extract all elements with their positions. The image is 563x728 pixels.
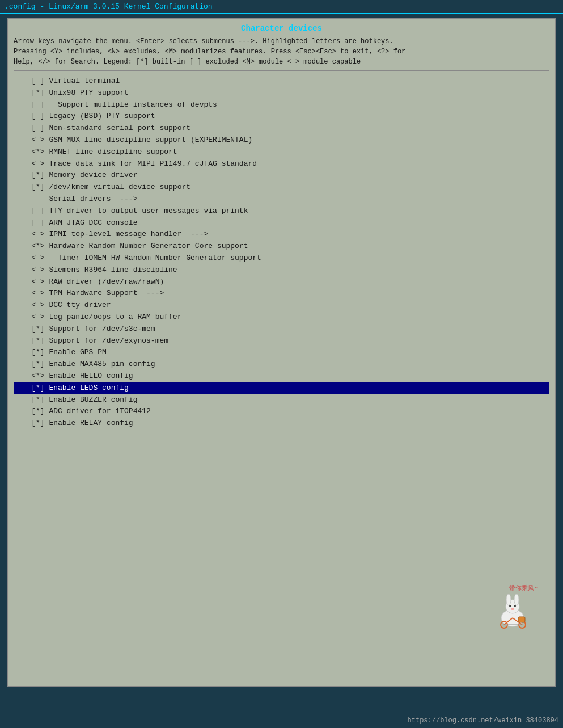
status-bar: https://blog.csdn.net/weixin_38403894 [0, 716, 563, 728]
svg-point-2 [506, 594, 511, 605]
menu-item-26[interactable]: [*] Enable LEDS config [14, 382, 549, 394]
menu-item-16[interactable]: < > Siemens R3964 line discipline [14, 264, 549, 276]
menu-item-21[interactable]: [*] Support for /dev/s3c-mem [14, 323, 549, 335]
menu-item-12[interactable]: [ ] ARM JTAG DCC console [14, 217, 549, 229]
menu-item-5[interactable]: < > GSM MUX line discipline support (EXP… [14, 134, 549, 146]
watermark: 带你乘风~ [481, 584, 538, 629]
menu-item-19[interactable]: < > DCC tty driver [14, 300, 549, 312]
help-line-3: Help, </> for Search. Legend: [*] built-… [14, 57, 549, 67]
menu-item-17[interactable]: < > RAW driver (/dev/raw/rawN) [14, 276, 549, 288]
menu-item-7[interactable]: < > Trace data sink for MIPI P1149.7 cJT… [14, 158, 549, 170]
menu-item-11[interactable]: [ ] TTY driver to output user messages v… [14, 205, 549, 217]
menu-item-25[interactable]: <*> Enable HELLO config [14, 371, 549, 382]
menu-item-8[interactable]: [*] Memory device driver [14, 170, 549, 182]
svg-point-4 [509, 605, 511, 607]
title-bar: .config - Linux/arm 3.0.15 Kernel Config… [0, 0, 563, 14]
menu-item-6[interactable]: <*> RMNET line discipline support [14, 146, 549, 158]
menu-item-2[interactable]: [ ] Support multiple instances of devpts [14, 99, 549, 111]
menu-item-13[interactable]: < > IPMI top-level message handler ---> [14, 229, 549, 241]
title-text: .config - Linux/arm 3.0.15 Kernel Config… [5, 2, 213, 11]
status-url: https://blog.csdn.net/weixin_38403894 [408, 717, 558, 725]
menu-item-22[interactable]: [*] Support for /dev/exynos-mem [14, 335, 549, 347]
svg-point-3 [514, 594, 519, 605]
svg-rect-12 [518, 617, 525, 622]
menu-item-14[interactable]: <*> Hardware Random Number Generator Cor… [14, 241, 549, 253]
menu-item-0[interactable]: [ ] Virtual terminal [14, 75, 549, 87]
menu-item-23[interactable]: [*] Enable GPS PM [14, 347, 549, 359]
menu-item-29[interactable]: [*] Enable RELAY config [14, 418, 549, 430]
menu-item-28[interactable]: [*] ADC driver for iTOP4412 [14, 406, 549, 418]
menu-item-1[interactable]: [*] Unix98 PTY support [14, 87, 549, 99]
menu-item-24[interactable]: [*] Enable MAX485 pin config [14, 359, 549, 371]
menu-item-18[interactable]: < > TPM Hardware Support ---> [14, 288, 549, 300]
menu-item-3[interactable]: [ ] Legacy (BSD) PTY support [14, 111, 549, 123]
menu-item-9[interactable]: [*] /dev/kmem virtual device support [14, 182, 549, 193]
svg-point-5 [514, 605, 516, 607]
menu-item-27[interactable]: [*] Enable BUZZER config [14, 394, 549, 406]
main-container: Character devices Arrow keys navigate th… [0, 14, 563, 716]
menu-title: Character devices [14, 24, 549, 33]
rabbit-icon [487, 590, 538, 629]
help-line-1: Arrow keys navigate the menu. <Enter> se… [14, 36, 549, 47]
help-line-2: Pressing <Y> includes, <N> excludes, <M>… [14, 47, 549, 57]
menu-box: Character devices Arrow keys navigate th… [7, 18, 556, 687]
menu-item-4[interactable]: [ ] Non-standard serial port support [14, 123, 549, 134]
help-text: Arrow keys navigate the menu. <Enter> se… [14, 36, 549, 71]
menu-item-20[interactable]: < > Log panic/oops to a RAM buffer [14, 312, 549, 323]
svg-point-6 [511, 608, 514, 610]
menu-items: [ ] Virtual terminal [*] Unix98 PTY supp… [14, 75, 549, 665]
menu-item-10[interactable]: Serial drivers ---> [14, 193, 549, 205]
menu-item-15[interactable]: < > Timer IOMEM HW Random Number Generat… [14, 253, 549, 264]
